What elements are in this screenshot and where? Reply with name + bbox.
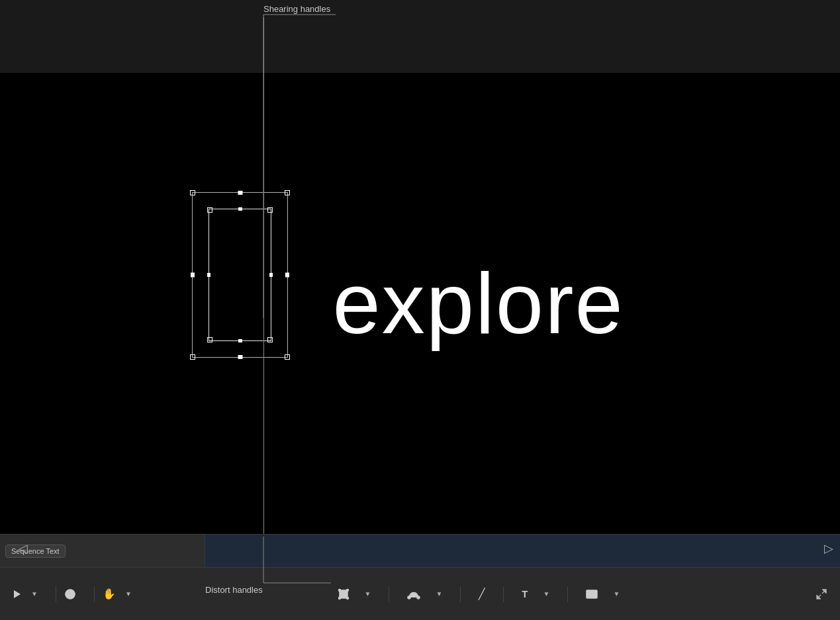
annotation-area: Shearing handles: [0, 0, 840, 73]
hand-button[interactable]: ✋: [100, 585, 118, 603]
right-tools: [813, 586, 830, 603]
shear-handle-right[interactable]: [285, 273, 289, 278]
distort-handle-top-left[interactable]: [190, 190, 195, 195]
inner-shear-handle-left[interactable]: [207, 273, 210, 277]
play-chevron-button[interactable]: ▼: [28, 588, 40, 600]
selection-box[interactable]: [192, 192, 288, 358]
sequence-text-badge[interactable]: Sequence Text: [5, 544, 66, 558]
shearing-handles-label: Shearing handles: [263, 4, 330, 14]
expand-button[interactable]: [813, 586, 830, 603]
inner-handle-top-left[interactable]: [207, 207, 212, 213]
bezier-chevron-button[interactable]: ▼: [433, 588, 445, 600]
shear-handle-bottom[interactable]: [238, 355, 242, 359]
orbit-tools: [62, 586, 79, 603]
inner-handle-bottom-left[interactable]: [207, 337, 212, 342]
svg-marker-0: [14, 590, 21, 598]
svg-point-6: [346, 589, 348, 591]
inner-shear-handle-top[interactable]: [238, 207, 242, 211]
shearing-annotation-line: [263, 17, 264, 73]
tool-separator-4: [460, 586, 461, 602]
svg-point-9: [408, 596, 410, 599]
timeline-left-panel: ◁ Sequence Text: [0, 535, 205, 567]
explore-text: explore: [332, 254, 624, 353]
distort-handle-bottom-right[interactable]: [285, 354, 290, 360]
tool-separator-5: [503, 586, 504, 602]
transform-button[interactable]: [335, 586, 352, 603]
tool-separator-3: [389, 586, 389, 602]
play-button[interactable]: [10, 587, 24, 601]
text-button[interactable]: T: [519, 586, 530, 602]
distort-handle-bottom-left[interactable]: [190, 354, 195, 360]
inner-handle-bottom-right[interactable]: [267, 337, 273, 342]
inner-shear-handle-right[interactable]: [269, 273, 273, 277]
svg-point-10: [417, 596, 420, 599]
shear-handle-left[interactable]: [191, 273, 195, 278]
timeline-right-panel: ▷: [205, 535, 840, 567]
playback-tools: ▼: [10, 587, 40, 601]
hand-tools: ✋ ▼: [100, 585, 134, 603]
svg-point-8: [346, 597, 348, 599]
text-chevron-button[interactable]: ▼: [540, 588, 552, 600]
transform-chevron-button[interactable]: ▼: [362, 588, 374, 600]
timeline-right-marker-icon: ▷: [824, 541, 833, 556]
canvas-area: explore: [0, 73, 840, 534]
center-tools: ▼ ▼ ╱ T ▼ ▼: [144, 585, 813, 603]
svg-rect-4: [340, 590, 348, 598]
timeline-area: ◁ Sequence Text ▷: [0, 534, 840, 567]
svg-rect-11: [586, 590, 597, 598]
orbit-button[interactable]: [62, 586, 79, 603]
shear-handle-top[interactable]: [238, 191, 242, 195]
inner-handle-top-right[interactable]: [267, 207, 273, 213]
paint-button[interactable]: ╱: [476, 585, 488, 603]
tool-separator-1: [56, 586, 56, 602]
bottom-toolbar: ▼ ✋ ▼ ▼: [0, 567, 840, 620]
inner-shear-handle-bottom[interactable]: [238, 339, 242, 342]
bezier-button[interactable]: [404, 586, 423, 603]
tool-separator-2: [94, 586, 95, 602]
timeline-left-marker-icon: ◁: [19, 541, 28, 556]
shape-button[interactable]: [583, 587, 600, 601]
hand-chevron-button[interactable]: ▼: [122, 588, 134, 600]
shape-chevron-button[interactable]: ▼: [610, 588, 622, 600]
tool-separator-6: [567, 586, 568, 602]
svg-point-5: [338, 589, 340, 591]
distort-handle-top-right[interactable]: [285, 190, 290, 195]
inner-selection-rect: [209, 209, 271, 341]
svg-point-7: [338, 597, 340, 599]
